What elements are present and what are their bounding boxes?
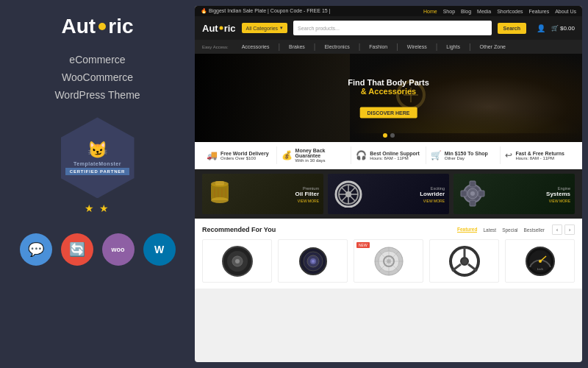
product-gauge-image: km/h — [509, 244, 571, 277]
product-headlight-image — [282, 244, 344, 277]
header-icons: 👤 🛒 $0.00 — [537, 24, 575, 32]
woo-button[interactable]: woo — [102, 233, 135, 266]
nav-fashion[interactable]: Fashion — [369, 44, 387, 49]
svg-rect-3 — [215, 181, 224, 185]
svg-point-25 — [235, 259, 240, 263]
tab-featured[interactable]: Featured — [457, 227, 477, 233]
min-shop-icon: 🛒 — [431, 150, 442, 160]
nav-wireless[interactable]: Wireless — [407, 44, 427, 49]
user-icon[interactable]: 👤 — [537, 24, 545, 32]
oil-filter-view-more[interactable]: VIEW MORE — [295, 198, 319, 202]
svg-point-17 — [470, 191, 475, 196]
tab-latest[interactable]: Latest — [483, 227, 496, 233]
feature-support: 🎧 Best Online Support Hours: 8AM - 11PM — [351, 146, 426, 164]
tab-special[interactable]: Special — [502, 227, 517, 233]
dot-1[interactable] — [383, 133, 387, 138]
subtitle-line2: WooCommerce — [54, 69, 140, 87]
product-categories: Premium Oil Filter VIEW MORE — [195, 169, 582, 219]
subtitle: eCommerce WooCommerce WordPress Theme — [54, 52, 140, 104]
cart-icon[interactable]: 🛒 $0.00 — [551, 25, 575, 32]
tab-bestseller[interactable]: Bestseller — [523, 227, 545, 233]
nav-shortcodes[interactable]: Shortcodes — [497, 9, 523, 14]
rec-prev-button[interactable]: ‹ — [552, 224, 562, 235]
subtitle-line3: WordPress Theme — [54, 87, 140, 105]
feature-returns: ↩ Fast & Free Returns Hours: 8AM - 11PM — [501, 146, 575, 164]
nav-electronics[interactable]: Electronics — [324, 44, 349, 49]
nav-home[interactable]: Home — [423, 9, 437, 14]
features-bar: 🚚 Free World Delivery Orders Over $100 💰… — [195, 142, 582, 169]
hero-title-suffix: & Accessories — [361, 87, 416, 96]
support-icon: 🎧 — [356, 150, 367, 160]
cat-lowrider[interactable]: Exciting Lowrider VIEW MORE — [328, 174, 449, 214]
nav-about[interactable]: About Us — [555, 9, 576, 14]
logo-suffix: ric — [108, 15, 133, 38]
star-rating: ★ ★ — [85, 202, 111, 214]
cat-dropdown-label: All Categories — [246, 26, 279, 31]
engine-icon-area — [459, 180, 486, 209]
money-back-icon: 💰 — [282, 150, 293, 160]
promo-text: 🔥 Biggest Indian Sale Plate | Coupon Cod… — [201, 8, 330, 14]
rec-next-button[interactable]: › — [564, 224, 575, 235]
hero-title: Find That Body Parts & Accessories — [348, 78, 429, 96]
brand-logo: Autoric — [61, 15, 133, 38]
product-brake-disc-image — [357, 244, 420, 277]
nav-features[interactable]: Features — [529, 9, 550, 14]
search-placeholder-text: Search products... — [298, 26, 340, 31]
category-dropdown[interactable]: All Categories ▾ — [242, 23, 288, 33]
hero-discover-button[interactable]: DISCOVER HERE — [360, 107, 417, 118]
lowrider-view-more[interactable]: VIEW MORE — [420, 198, 445, 202]
cat-oil-filter[interactable]: Premium Oil Filter VIEW MORE — [202, 174, 323, 214]
chat-button[interactable]: 💬 — [20, 233, 52, 266]
product-steering-wheel[interactable] — [429, 239, 499, 283]
money-back-text: Money Back Guarantee With in 30 days — [295, 148, 347, 163]
nav-shop[interactable]: Shop — [443, 9, 455, 14]
engine-label: Engine Systems VIEW MORE — [546, 185, 570, 202]
returns-text: Fast & Free Returns Hours: 8AM - 11PM — [515, 151, 564, 160]
hex-inner: 😼 TemplateMonster CERTIFIED PARTNER — [65, 141, 130, 175]
hero-btn-container: DISCOVER HERE — [348, 102, 429, 118]
site-preview-panel: 🔥 Biggest Indian Sale Plate | Coupon Cod… — [195, 6, 582, 362]
logo-o: o — [96, 15, 108, 38]
hex-certified-text: CERTIFIED PARTNER — [65, 168, 130, 175]
hero-dots — [383, 133, 395, 138]
nav-blog[interactable]: Blog — [461, 9, 471, 14]
svg-rect-18 — [470, 181, 476, 187]
nav-brakes[interactable]: Brakes — [289, 44, 305, 49]
search-button[interactable]: Search — [498, 23, 526, 34]
wp-label: W — [154, 244, 164, 255]
nav-accessories[interactable]: Accessories — [242, 44, 270, 49]
recommended-header: Recommended For You Featured Latest Spec… — [202, 224, 575, 235]
subtitle-line1: eCommerce — [54, 52, 140, 69]
dot-2[interactable] — [390, 133, 395, 138]
engine-view-more[interactable]: VIEW MORE — [546, 198, 570, 202]
svg-rect-20 — [461, 191, 467, 197]
oil-filter-label: Premium Oil Filter VIEW MORE — [295, 185, 319, 202]
lowrider-label: Exciting Lowrider VIEW MORE — [420, 185, 445, 202]
product-tire[interactable] — [202, 239, 272, 283]
svg-point-2 — [211, 197, 229, 203]
hexagon-badge: 😼 TemplateMonster CERTIFIED PARTNER — [61, 117, 135, 198]
cat-engine[interactable]: Engine Systems VIEW MORE — [453, 174, 575, 214]
product-tire-image — [206, 244, 268, 277]
product-gauge[interactable]: km/h — [505, 239, 575, 283]
product-headlight[interactable] — [278, 239, 348, 283]
monster-icon: 😼 — [87, 141, 107, 160]
rec-tabs: Featured Latest Special Bestseller — [457, 227, 545, 233]
site-preview: 🔥 Biggest Indian Sale Plate | Coupon Cod… — [195, 6, 582, 362]
logo-prefix: Aut — [61, 15, 96, 38]
nav-media[interactable]: Media — [477, 9, 491, 14]
refresh-button[interactable]: 🔄 — [61, 233, 93, 266]
hero-banner: Find That Body Parts & Accessories DISCO… — [195, 54, 582, 142]
feature-delivery: 🚚 Free World Delivery Orders Over $100 — [202, 146, 277, 164]
search-bar[interactable]: Search products... — [293, 21, 492, 35]
nav-other-zone[interactable]: Other Zone — [480, 44, 506, 49]
delivery-text: Free World Delivery Orders Over $100 — [220, 151, 269, 160]
rec-products-grid: NEW — [202, 239, 575, 283]
svg-rect-19 — [470, 200, 476, 206]
returns-icon: ↩ — [505, 150, 512, 160]
feature-min-shop: 🛒 Min $150 To Shop Other Day — [426, 146, 501, 164]
product-brake-disc[interactable]: NEW — [354, 239, 423, 283]
wordpress-button[interactable]: W — [143, 233, 176, 266]
recommended-title: Recommended For You — [202, 226, 276, 233]
nav-lights[interactable]: Lights — [446, 44, 460, 49]
